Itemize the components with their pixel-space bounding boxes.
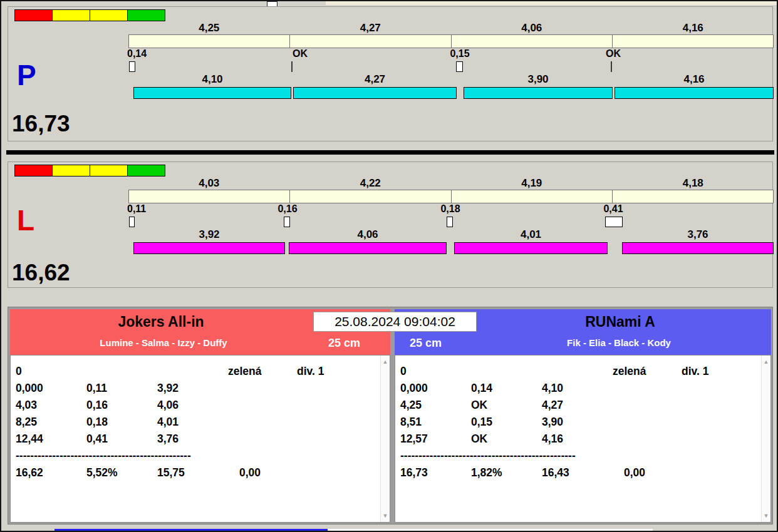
- dog-run-segment: 4,06: [289, 228, 447, 254]
- pass-time-label: 0,14: [127, 48, 147, 59]
- split-time-labels: 4,03 4,22 4,19 4,18: [128, 177, 774, 190]
- team-name: RUNami A: [470, 314, 770, 330]
- height-class-label: 25 cm: [410, 337, 442, 350]
- pass-time: 0,11: [86, 382, 107, 395]
- separator-row: ----------------------------------------…: [395, 449, 770, 466]
- dog-time: 3,90: [542, 416, 563, 429]
- dog-run-segment: 4,16: [615, 73, 774, 99]
- cumulative-time: 8,51: [400, 416, 422, 429]
- traffic-light-yellow-1: [52, 165, 90, 176]
- scroll-down-icon[interactable]: ▼: [762, 513, 770, 519]
- result-row: 8,51 0,15 3,90: [395, 416, 770, 432]
- dog-run-segment: 3,90: [464, 73, 613, 99]
- result-row: 12,44 0,41 3,76: [11, 432, 390, 449]
- scrollbar[interactable]: ▲ ▼: [380, 356, 390, 522]
- separator-line: ----------------------------------------…: [16, 449, 191, 463]
- cumulative-time: 0,000: [400, 382, 428, 395]
- height-class-label: 25 cm: [328, 337, 360, 350]
- dog-run-time: 4,27: [293, 73, 457, 87]
- traffic-light-red: [14, 165, 53, 176]
- traffic-light-yellow-2: [90, 165, 128, 176]
- lane-divider: [6, 150, 774, 155]
- split-time: 4,27: [290, 22, 452, 34]
- dog-run-bar: [454, 242, 608, 254]
- pass-time: OK: [471, 399, 487, 412]
- dog-time: 3,76: [157, 432, 179, 446]
- net-time: 15,75: [157, 466, 185, 479]
- split-bar: [128, 34, 774, 48]
- split-cell: [613, 35, 773, 48]
- dog-run-time: 3,92: [133, 228, 285, 242]
- split-time: 4,18: [613, 177, 774, 190]
- scroll-down-icon[interactable]: ▼: [381, 513, 390, 519]
- team-panel-left: Jokers All-in Lumine - Salma - Izzy - Du…: [10, 309, 390, 523]
- pass-time: 0,15: [471, 416, 492, 429]
- lane-total-time: 16,62: [12, 261, 70, 284]
- result-row-summary: 16,73 1,82% 16,43 0,00: [395, 466, 770, 483]
- bottom-edge-white-bar: [328, 529, 653, 532]
- pass-indicator-box: [284, 217, 290, 227]
- split-cell: [290, 190, 451, 203]
- dog-run-time: 3,76: [622, 228, 774, 242]
- separator-line: ----------------------------------------…: [400, 449, 576, 463]
- split-time: 4,25: [128, 22, 290, 34]
- pass-ok-tick: [611, 61, 612, 72]
- pass-time-label: 0,15: [450, 48, 469, 59]
- pass-indicator-box: [129, 61, 135, 72]
- split-cell: [129, 35, 290, 48]
- pass-time: 0,41: [86, 432, 108, 446]
- dog-run-segment: 4,27: [293, 73, 457, 99]
- pass-time-label: 0,11: [127, 203, 146, 215]
- scroll-up-icon[interactable]: ▲: [762, 359, 770, 365]
- traffic-light-strip: [14, 9, 165, 21]
- lane-letter: P: [17, 61, 36, 90]
- light-status: zelená: [613, 365, 646, 378]
- scrollbar[interactable]: ▲ ▼: [761, 356, 770, 522]
- pass-indicator-box: [129, 217, 135, 227]
- pass-time-label: 0,18: [440, 203, 460, 215]
- pass-time: OK: [471, 432, 487, 446]
- split-cell: [452, 35, 613, 48]
- traffic-light-yellow-1: [52, 9, 90, 21]
- dog-run-segment: 3,92: [133, 228, 285, 254]
- scroll-up-icon[interactable]: ▲: [381, 359, 390, 365]
- division-label: div. 1: [297, 365, 324, 378]
- split-cell: [613, 190, 773, 203]
- pass-time-label: OK: [293, 48, 308, 59]
- dog-run-segment: 3,76: [622, 228, 774, 254]
- pass-indicator-box: [447, 217, 453, 227]
- team-dogs: Fik - Elia - Black - Kody: [467, 337, 771, 348]
- dog-run-segment: 4,01: [454, 228, 608, 254]
- dog-run-bar: [293, 87, 457, 99]
- result-row: 0,000 0,14 4,10: [395, 382, 770, 399]
- result-row: 8,25 0,18 4,01: [11, 416, 390, 432]
- pass-time-label: 0,16: [277, 203, 297, 215]
- team-results[interactable]: 0 zelená div. 1 0,000 0,11 3,92 4,03 0,1…: [10, 355, 390, 523]
- result-row-status: 0 zelená div. 1: [395, 365, 770, 382]
- team-name: Jokers All-in: [10, 314, 312, 330]
- pass-time: 0,16: [86, 399, 108, 412]
- separator-row: ----------------------------------------…: [11, 449, 390, 466]
- split-bar: [128, 190, 774, 203]
- dog-run-bar: [464, 87, 613, 99]
- results-section: Jokers All-in Lumine - Salma - Izzy - Du…: [8, 307, 773, 524]
- top-edge-strip: [326, 1, 778, 5]
- dog-run-bar: [615, 87, 774, 99]
- net-time: 16,43: [542, 466, 569, 479]
- result-row: 4,03 0,16 4,06: [11, 399, 390, 416]
- split-time: 4,06: [451, 22, 613, 34]
- dog-run-bar: [622, 242, 774, 254]
- split-cell: [452, 190, 613, 203]
- lane-letter: L: [17, 206, 34, 235]
- faults-count: 0: [400, 365, 407, 378]
- dog-time: 4,16: [542, 432, 563, 446]
- dog-run-bar: [133, 87, 291, 99]
- team-results[interactable]: 0 zelená div. 1 0,000 0,14 4,10 4,25 OK …: [395, 355, 771, 523]
- split-cell: [129, 190, 290, 203]
- traffic-light-strip: [14, 165, 165, 176]
- cumulative-time: 4,03: [16, 399, 37, 412]
- result-row: 12,57 OK 4,16: [395, 432, 770, 449]
- penalty-percent: 1,82%: [471, 466, 502, 479]
- pass-time: 0,14: [471, 382, 492, 395]
- division-label: div. 1: [682, 365, 708, 378]
